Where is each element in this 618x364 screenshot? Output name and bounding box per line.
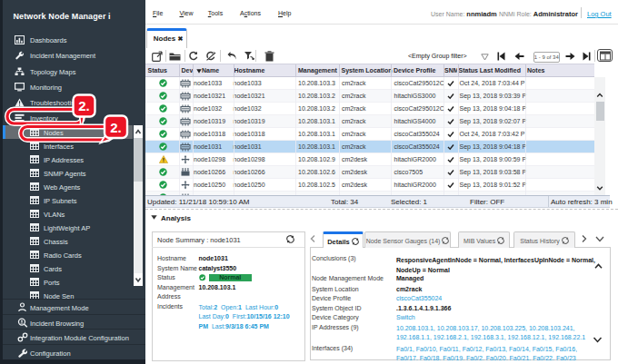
svg-text:2.: 2. — [110, 120, 122, 135]
svg-text:2.: 2. — [78, 98, 90, 113]
